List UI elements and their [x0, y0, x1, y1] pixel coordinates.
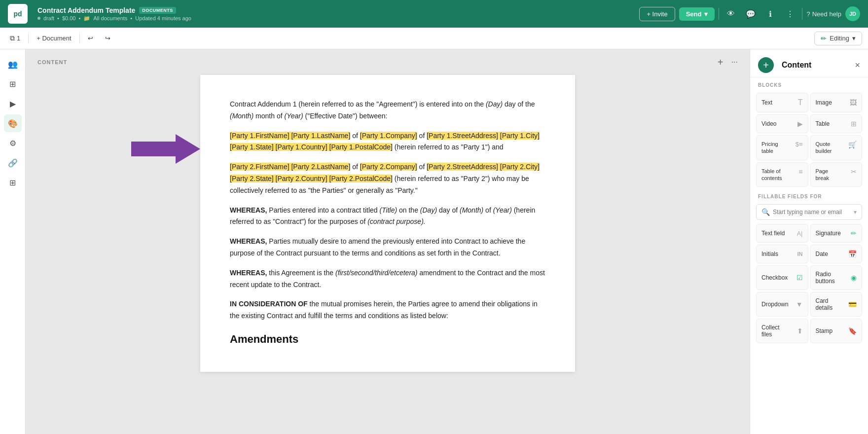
block-quote-builder[interactable]: Quote builder 🛒 [810, 135, 863, 160]
sidebar-media-icon[interactable]: ▶ [4, 95, 22, 112]
doc-wrapper: Contract Addendum 1 (herein referred to … [200, 75, 575, 384]
date-field-icon: 📅 [848, 250, 857, 258]
field-dropdown[interactable]: Dropdown ▼ [756, 292, 808, 317]
panel-add-button[interactable]: + [758, 57, 774, 73]
nav-actions: + Invite Send ▾ 👁 💬 ℹ ⋮ ? Need help JD [639, 6, 860, 22]
field-stamp[interactable]: Stamp 🔖 [810, 319, 863, 343]
dropdown-field-icon: ▼ [796, 300, 803, 308]
fillable-section-label: FILLABLE FIELDS FOR [750, 189, 868, 202]
video-block-icon: ▶ [797, 120, 803, 128]
checkbox-field-icon: ☑ [796, 274, 803, 282]
para-party1: [Party 1.FirstName] [Party 1.LastName] o… [230, 130, 545, 154]
collect-files-field-icon: ⬆ [797, 327, 803, 335]
fillable-section: 🔍 ▾ Text field A| Signature ✏ Initials [750, 202, 868, 345]
initials-field-icon: IN [797, 251, 803, 257]
status-dot [37, 17, 40, 20]
blocks-section-label: BLOCKS [750, 77, 868, 91]
comment-button[interactable]: 💬 [743, 6, 759, 22]
info-button[interactable]: ℹ [762, 6, 778, 22]
top-nav: pd Contract Addendum Template DOCUMENTS … [0, 0, 868, 28]
para-whereas3: WHEREAS, this Agreement is the (first/se… [230, 267, 545, 291]
doc-amendments-heading: Amendments [230, 330, 545, 348]
redo-button[interactable]: ↪ [101, 33, 114, 44]
svg-marker-0 [131, 134, 200, 164]
text-field-icon: A| [796, 230, 802, 237]
doc-draft: draft [43, 15, 54, 21]
help-icon: ? [806, 10, 810, 18]
user-avatar[interactable]: JD [845, 6, 860, 21]
pages-button[interactable]: ⧉ 1 [6, 32, 24, 44]
doc-name: Contract Addendum Template [37, 6, 135, 14]
field-initials[interactable]: Initials IN [756, 245, 808, 263]
toolbar-divider [28, 34, 29, 43]
block-page-break[interactable]: Page break ✂ [810, 162, 863, 187]
panel-close-button[interactable]: × [855, 60, 860, 71]
field-signature[interactable]: Signature ✏ [810, 224, 863, 243]
more-options-button[interactable]: ⋮ [782, 6, 798, 22]
doc-info: Contract Addendum Template DOCUMENTS dra… [37, 6, 633, 22]
doc-text: Contract Addendum 1 (herein referred to … [230, 99, 545, 348]
field-checkbox[interactable]: Checkbox ☑ [756, 265, 808, 290]
main-layout: 👥 ⊞ ▶ 🎨 ⚙ 🔗 ⊞ CONTENT + ··· [0, 49, 868, 434]
toolbar-divider2 [79, 34, 80, 43]
send-button[interactable]: Send ▾ [679, 7, 715, 21]
field-card-details[interactable]: Card details 💳 [810, 292, 863, 317]
arrow-annotation [131, 134, 200, 166]
fields-grid: Text field A| Signature ✏ Initials IN Da… [756, 224, 862, 343]
field-radio-buttons[interactable]: Radio buttons ◉ [810, 265, 863, 290]
need-help-button[interactable]: ? Need help [806, 10, 841, 18]
panel-header: + Content × [750, 49, 868, 77]
quote-builder-block-icon: 🛒 [848, 141, 857, 148]
doc-page: Contract Addendum 1 (herein referred to … [200, 75, 575, 372]
block-table[interactable]: Table ⊞ [810, 114, 863, 133]
editing-dropdown-icon: ▾ [852, 35, 856, 42]
editing-pencil-icon: ✏ [821, 35, 827, 42]
blocks-grid: Text T Image 🖼 Video ▶ Table ⊞ Pri [750, 91, 868, 189]
right-panel: + Content × BLOCKS Text T Image 🖼 Video … [750, 49, 868, 434]
content-area: CONTENT + ··· Contract Addendum 1 (herei… [26, 49, 750, 434]
doc-location: All documents [93, 15, 127, 21]
fillable-search-bar[interactable]: 🔍 ▾ [756, 204, 862, 220]
para-consideration: IN CONSIDERATION OF the mutual promises … [230, 298, 545, 322]
field-text-field[interactable]: Text field A| [756, 224, 808, 243]
sidebar-blocks-icon[interactable]: ⊞ [4, 75, 22, 93]
stamp-field-icon: 🔖 [848, 327, 857, 335]
sidebar-link-icon[interactable]: 🔗 [4, 154, 22, 172]
block-pricing-table[interactable]: Pricing table $≡ [756, 135, 808, 160]
nav-divider2 [802, 8, 802, 20]
doc-title-row: Contract Addendum Template DOCUMENTS [37, 6, 633, 14]
content-more-button[interactable]: ··· [731, 58, 738, 67]
sidebar-people-icon[interactable]: 👥 [4, 55, 22, 73]
doc-badge: DOCUMENTS [139, 7, 176, 14]
content-add-button[interactable]: + [714, 55, 727, 69]
panel-content: BLOCKS Text T Image 🖼 Video ▶ Table ⊞ [750, 77, 868, 434]
image-block-icon: 🖼 [850, 99, 857, 107]
field-collect-files[interactable]: Collect files ⬆ [756, 319, 808, 343]
doc-meta: draft • $0.00 • 📁 All documents • Update… [37, 15, 633, 22]
sidebar-apps-icon[interactable]: ⊞ [4, 174, 22, 191]
para-whereas2: WHEREAS, Parties mutually desire to amen… [230, 236, 545, 259]
invite-button[interactable]: + Invite [639, 7, 675, 21]
add-document-button[interactable]: + Document [33, 33, 75, 44]
block-video[interactable]: Video ▶ [756, 114, 808, 133]
card-details-field-icon: 💳 [848, 300, 857, 308]
block-image[interactable]: Image 🖼 [810, 93, 863, 112]
editing-button[interactable]: ✏ Editing ▾ [814, 32, 862, 45]
para-intro: Contract Addendum 1 (herein referred to … [230, 99, 545, 122]
send-dropdown-icon: ▾ [704, 10, 708, 18]
block-text[interactable]: Text T [756, 93, 808, 112]
field-date[interactable]: Date 📅 [810, 245, 863, 263]
undo-button[interactable]: ↩ [84, 33, 97, 44]
para-whereas1: WHEREAS, Parties entered into a contract… [230, 205, 545, 228]
content-header-actions: + ··· [714, 55, 738, 69]
doc-updated: Updated 4 minutes ago [135, 15, 191, 21]
preview-button[interactable]: 👁 [723, 6, 739, 22]
para-party2: [Party 2.FirstName] [Party 2.LastName] o… [230, 161, 545, 196]
content-header: CONTENT + ··· [26, 49, 750, 75]
pages-icon: ⧉ [10, 34, 15, 42]
fillable-search-input[interactable] [773, 209, 851, 216]
doc-price: $0.00 [62, 15, 76, 21]
block-table-of-contents[interactable]: Table of contents ≡ [756, 162, 808, 187]
sidebar-palette-icon[interactable]: 🎨 [4, 114, 22, 132]
sidebar-workflow-icon[interactable]: ⚙ [4, 134, 22, 152]
